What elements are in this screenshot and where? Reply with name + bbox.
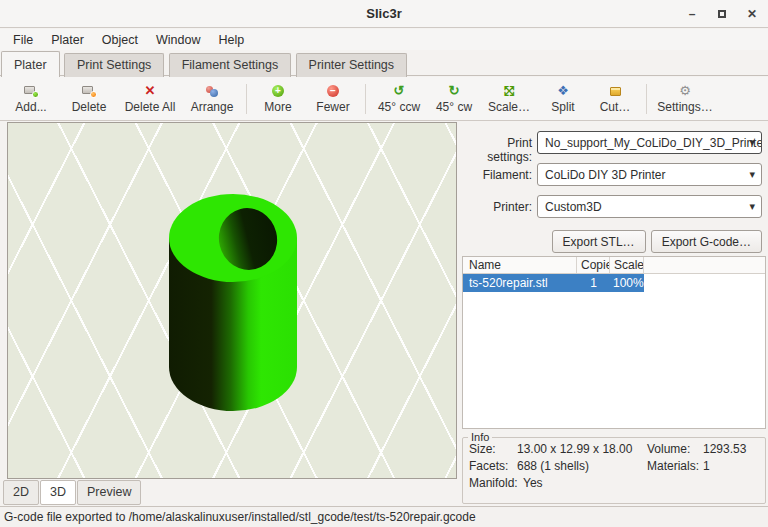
settings-button[interactable]: ⚙ Settings…: [651, 83, 719, 114]
cut-button[interactable]: Cut…: [588, 83, 642, 114]
split-button[interactable]: ❖ Split: [538, 83, 588, 114]
size-label: Size:: [469, 441, 517, 458]
export-gcode-button[interactable]: Export G-code…: [651, 230, 762, 253]
model-canvas[interactable]: [8, 123, 457, 479]
printer-label: Printer:: [460, 200, 532, 214]
maximize-box-glyph: [718, 10, 726, 18]
print-settings-label: Print settings:: [460, 136, 532, 164]
export-buttons: Export STL… Export G-code…: [460, 230, 762, 253]
filament-value: CoLiDo DIY 3D Printer: [545, 168, 666, 182]
split-icon: ❖: [555, 83, 571, 99]
tab-3d[interactable]: 3D: [40, 480, 76, 505]
menu-plater[interactable]: Plater: [42, 31, 93, 49]
tab-printer-settings[interactable]: Printer Settings: [296, 53, 407, 77]
toolbar-separator: [246, 84, 247, 114]
manifold-value: Yes: [523, 475, 543, 492]
menubar: File Plater Object Window Help: [0, 29, 768, 50]
menu-file[interactable]: File: [4, 31, 42, 49]
more-button[interactable]: + More: [251, 83, 305, 114]
toolbar-separator: [365, 84, 366, 114]
column-copies[interactable]: Copies: [577, 257, 610, 273]
rotate-ccw-button[interactable]: ↺ 45° ccw: [370, 83, 428, 114]
titlebar: Slic3r – ✕: [0, 0, 768, 28]
info-row-manifold: Manifold: Yes: [469, 475, 759, 492]
print-settings-select[interactable]: No_support_My_CoLiDo_DIY_3D_Printer ▾: [537, 131, 762, 154]
column-scale[interactable]: Scale: [610, 257, 644, 273]
printer-select[interactable]: Custom3D ▾: [537, 195, 762, 218]
arrange-icon: [204, 83, 220, 99]
object-table-header: Name Copies Scale: [463, 257, 765, 274]
right-panel: Print settings: No_support_My_CoLiDo_DIY…: [460, 121, 768, 506]
rotate-ccw-icon: ↺: [391, 83, 407, 99]
more-icon: +: [270, 83, 286, 99]
manifold-label: Manifold:: [469, 475, 523, 492]
minimize-icon[interactable]: –: [684, 6, 700, 22]
rotate-cw-icon: ↻: [446, 83, 462, 99]
tab-preview[interactable]: Preview: [77, 480, 141, 505]
add-icon: [23, 83, 39, 99]
tab-2d[interactable]: 2D: [3, 480, 39, 505]
info-legend: Info: [468, 431, 492, 443]
window-title: Slic3r: [0, 6, 768, 21]
cut-icon: [607, 83, 623, 99]
add-button[interactable]: Add...: [2, 83, 60, 114]
object-table: Name Copies Scale ts-520repair.stl 1 100…: [462, 256, 766, 429]
materials-value: 1: [703, 458, 759, 475]
scale-icon: ⤡⤢: [501, 83, 517, 99]
close-icon[interactable]: ✕: [744, 6, 760, 22]
toolbar-separator: [646, 84, 647, 114]
cell-scale: 100%: [610, 276, 644, 290]
info-row-size-volume: Size: 13.00 x 12.99 x 18.00 Volume: 1293…: [469, 441, 759, 458]
fewer-button[interactable]: − Fewer: [305, 83, 361, 114]
status-message: G-code file exported to /home/alaskalinu…: [4, 510, 476, 524]
main-tabbar: Plater Print Settings Filament Settings …: [0, 50, 768, 76]
volume-label: Volume:: [647, 441, 703, 458]
window-controls: – ✕: [684, 0, 760, 28]
printer-value: Custom3D: [545, 200, 602, 214]
tab-filament-settings[interactable]: Filament Settings: [169, 53, 292, 77]
scale-button[interactable]: ⤡⤢ Scale…: [480, 83, 538, 114]
chevron-down-icon: ▾: [749, 136, 755, 149]
gear-icon: ⚙: [677, 83, 693, 99]
facets-label: Facets:: [469, 458, 517, 475]
filament-label: Filament:: [460, 168, 532, 182]
delete-icon: [81, 83, 97, 99]
tab-plater[interactable]: Plater: [1, 51, 60, 77]
size-value: 13.00 x 12.99 x 18.00: [517, 441, 647, 458]
menu-help[interactable]: Help: [209, 31, 253, 49]
facets-value: 688 (1 shells): [517, 458, 647, 475]
volume-value: 1293.53: [703, 441, 759, 458]
toolbar: Add... Delete ✕ Delete All Arrange + Mor…: [0, 77, 768, 121]
tab-print-settings[interactable]: Print Settings: [64, 53, 164, 77]
print-settings-value: No_support_My_CoLiDo_DIY_3D_Printer: [545, 136, 762, 150]
viewport-3d[interactable]: [7, 122, 457, 479]
info-row-facets-materials: Facets: 688 (1 shells) Materials: 1: [469, 458, 759, 475]
delete-all-icon: ✕: [142, 83, 158, 99]
delete-button[interactable]: Delete: [60, 83, 118, 114]
rotate-cw-button[interactable]: ↻ 45° cw: [428, 83, 480, 114]
model-cylinder[interactable]: [169, 194, 297, 411]
chevron-down-icon: ▾: [749, 168, 755, 181]
menu-window[interactable]: Window: [147, 31, 209, 49]
export-stl-button[interactable]: Export STL…: [552, 230, 646, 253]
delete-all-button[interactable]: ✕ Delete All: [118, 83, 182, 114]
slic3r-window: Slic3r – ✕ File Plater Object Window Hel…: [0, 0, 768, 527]
view-tabbar: 2D 3D Preview: [3, 480, 142, 505]
print-settings-row: Print settings: No_support_My_CoLiDo_DIY…: [460, 131, 768, 154]
cell-copies: 1: [577, 276, 610, 290]
materials-label: Materials:: [647, 458, 703, 475]
arrange-button[interactable]: Arrange: [182, 83, 242, 114]
chevron-down-icon: ▾: [749, 200, 755, 213]
cell-name: ts-520repair.stl: [463, 276, 577, 290]
fewer-icon: −: [325, 83, 341, 99]
filament-row: Filament: CoLiDo DIY 3D Printer ▾: [460, 163, 768, 186]
menu-object[interactable]: Object: [93, 31, 147, 49]
table-row[interactable]: ts-520repair.stl 1 100%: [463, 274, 644, 292]
maximize-icon[interactable]: [714, 6, 730, 22]
column-name[interactable]: Name: [463, 257, 577, 273]
filament-select[interactable]: CoLiDo DIY 3D Printer ▾: [537, 163, 762, 186]
info-panel: Info Size: 13.00 x 12.99 x 18.00 Volume:…: [462, 437, 766, 504]
printer-row: Printer: Custom3D ▾: [460, 195, 768, 218]
statusbar: G-code file exported to /home/alaskalinu…: [0, 506, 768, 527]
